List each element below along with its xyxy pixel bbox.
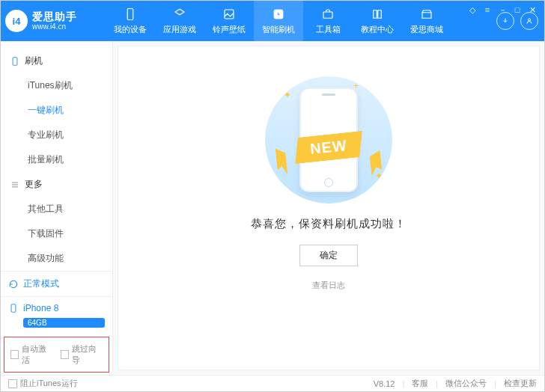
main-panel: ✦ + ✦ NEW 恭喜您，保资料刷机成功啦！ 确定 查看日志 — [113, 41, 544, 375]
nav-label: 应用游戏 — [163, 24, 196, 35]
footer-link-update[interactable]: 检查更新 — [504, 378, 537, 389]
svg-point-4 — [529, 19, 531, 21]
footer-link-wechat[interactable]: 微信公众号 — [445, 378, 487, 389]
nav-tutorials[interactable]: 教程中心 — [353, 1, 402, 41]
media-icon — [222, 7, 236, 21]
checkbox-label: 跳过向导 — [72, 343, 103, 366]
sidebar-item-batch-flash[interactable]: 批量刷机 — [1, 147, 112, 172]
tshirt-icon[interactable]: ◇ — [467, 4, 478, 15]
nav-label: 工具箱 — [316, 24, 341, 35]
flash-icon — [272, 7, 285, 21]
store-icon — [420, 7, 433, 21]
sidebar-item-pro-flash[interactable]: 专业刷机 — [1, 123, 112, 147]
device-info[interactable]: iPhone 8 64GB — [1, 297, 112, 334]
sidebar: 刷机 iTunes刷机 一键刷机 专业刷机 批量刷机 更多 其他工具 下载固件 … — [1, 41, 113, 375]
brand-site: www.i4.cn — [32, 22, 77, 31]
checkbox-auto-activate[interactable]: 自动激活 — [10, 343, 53, 366]
apps-icon — [173, 7, 186, 21]
nav-label: 教程中心 — [361, 24, 394, 35]
nav-label: 智能刷机 — [262, 24, 295, 35]
nav-ringtones-wallpapers[interactable]: 铃声壁纸 — [204, 1, 254, 41]
device-mode-label: 正常模式 — [23, 278, 59, 290]
svg-rect-0 — [127, 8, 133, 19]
footer-link-support[interactable]: 客服 — [412, 378, 428, 389]
nav-label: 铃声壁纸 — [213, 24, 246, 35]
svg-rect-6 — [11, 304, 16, 313]
sidebar-item-other-tools[interactable]: 其他工具 — [1, 197, 112, 221]
toolbox-icon — [321, 7, 335, 21]
status-bar: 阻止iTunes运行 V8.12 | 客服 | 微信公众号 | 检查更新 — [1, 375, 544, 391]
sidebar-group-label: 刷机 — [25, 55, 43, 67]
checkbox-skip-guide[interactable]: 跳过向导 — [61, 343, 103, 366]
minimize-icon[interactable]: － — [497, 4, 508, 15]
svg-rect-5 — [13, 57, 17, 65]
nav-label: 爱思商城 — [410, 24, 443, 35]
close-icon[interactable]: ✕ — [527, 4, 538, 15]
app-logo: i4 爱思助手 www.i4.cn — [5, 10, 106, 32]
top-nav: 我的设备 应用游戏 铃声壁纸 智能刷机 工具箱 教程中心 爱思商城 — [106, 1, 451, 41]
nav-store[interactable]: 爱思商城 — [402, 1, 451, 41]
menu-icon[interactable]: ≡ — [482, 4, 493, 15]
options-highlighted: 自动激活 跳过向导 — [4, 337, 109, 373]
nav-my-device[interactable]: 我的设备 — [106, 1, 155, 41]
ok-button[interactable]: 确定 — [299, 245, 358, 266]
refresh-icon — [8, 279, 19, 290]
device-name-label: iPhone 8 — [23, 303, 58, 313]
device-mode[interactable]: 正常模式 — [1, 272, 112, 297]
phone-icon — [8, 303, 19, 313]
checkbox-label: 自动激活 — [22, 343, 52, 366]
nav-toolbox[interactable]: 工具箱 — [303, 1, 353, 41]
checkbox-block-itunes[interactable]: 阻止iTunes运行 — [8, 378, 78, 389]
logo-badge-icon: i4 — [5, 10, 28, 32]
sidebar-item-itunes-flash[interactable]: iTunes刷机 — [1, 73, 112, 98]
version-label: V8.12 — [374, 379, 395, 388]
device-storage-badge: 64GB — [23, 318, 105, 328]
success-message: 恭喜您，保资料刷机成功啦！ — [251, 217, 407, 231]
sidebar-group-label: 更多 — [25, 178, 43, 191]
nav-label: 我的设备 — [114, 24, 147, 35]
book-icon — [371, 7, 384, 21]
checkbox-icon — [10, 350, 19, 359]
list-icon — [10, 180, 20, 190]
sidebar-group-more: 更多 — [1, 172, 112, 197]
nav-apps-games[interactable]: 应用游戏 — [155, 1, 204, 41]
brand-name: 爱思助手 — [32, 11, 77, 22]
checkbox-icon — [61, 350, 69, 359]
svg-rect-3 — [323, 12, 332, 18]
maximize-icon[interactable]: □ — [512, 4, 523, 15]
device-icon — [124, 7, 137, 21]
checkbox-label: 阻止iTunes运行 — [20, 378, 78, 389]
sidebar-group-flash: 刷机 — [1, 49, 112, 73]
nav-smart-flash[interactable]: 智能刷机 — [254, 1, 303, 41]
phone-icon — [10, 56, 20, 67]
checkbox-icon — [8, 379, 17, 388]
sidebar-item-advanced[interactable]: 高级功能 — [1, 246, 112, 271]
success-illustration: ✦ + ✦ NEW — [261, 76, 396, 203]
view-log-link[interactable]: 查看日志 — [312, 280, 345, 291]
sidebar-item-download-firmware[interactable]: 下载固件 — [1, 221, 112, 246]
sidebar-item-oneclick-flash[interactable]: 一键刷机 — [1, 98, 112, 123]
